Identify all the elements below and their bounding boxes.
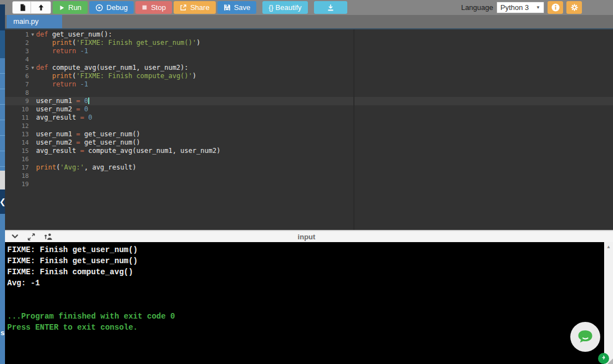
print-margin-ruler <box>353 29 354 230</box>
line-number: 18 <box>4 172 29 180</box>
editor-line[interactable]: 13user_num1 = get_user_num() <box>0 130 613 139</box>
chat-widget-button[interactable] <box>570 322 600 352</box>
sidebar-edge: ❮ s <box>0 4 5 364</box>
line-number: 16 <box>4 156 29 163</box>
editor-line[interactable]: 1▼def get_user_num(): <box>0 30 613 39</box>
console-title: input <box>0 233 613 241</box>
info-circle-icon <box>551 3 560 12</box>
new-file-button[interactable] <box>12 1 33 14</box>
file-icon <box>19 3 27 12</box>
console-output[interactable]: FIXME: Finish get_user_num()FIXME: Finis… <box>0 242 604 364</box>
editor-line[interactable]: 3 return -1 <box>0 47 613 55</box>
run-button[interactable]: Run <box>53 1 88 14</box>
editor-line[interactable]: 8 <box>0 89 613 97</box>
circle-play-icon <box>95 4 103 12</box>
code-line-text: avg_result = 0 <box>36 114 92 122</box>
line-number: 5 <box>4 64 29 71</box>
code-line-text: print('FIXME: Finish get_user_num()') <box>36 39 200 47</box>
run-label: Run <box>68 3 82 12</box>
code-line-text: def compute_avg(user_num1, user_num2): <box>36 64 189 72</box>
line-number: 15 <box>4 147 29 155</box>
square-icon <box>141 4 148 11</box>
line-number: 17 <box>4 164 29 171</box>
code-line-text: return -1 <box>36 47 88 55</box>
file-button-group <box>12 1 51 14</box>
beautify-label: {} Beautify <box>268 3 301 12</box>
editor-line[interactable]: 4 <box>0 55 613 64</box>
sidebar-edge-lower: s <box>0 214 5 364</box>
editor-line[interactable]: 18 <box>0 172 613 180</box>
line-number: 10 <box>4 106 29 113</box>
console-line: Avg: -1 <box>7 278 604 289</box>
tab-main-py[interactable]: main.py <box>7 15 62 28</box>
code-editor[interactable]: 1▼def get_user_num():2 print('FIXME: Fin… <box>0 29 613 230</box>
editor-line[interactable]: 5▼def compute_avg(user_num1, user_num2): <box>0 64 613 72</box>
editor-lines: 1▼def get_user_num():2 print('FIXME: Fin… <box>0 30 613 188</box>
debug-button[interactable]: Debug <box>89 1 134 14</box>
console-scrollbar[interactable]: ▲ <box>604 242 613 364</box>
share-button[interactable]: Share <box>174 1 216 14</box>
code-line-text: user_num2 = get_user_num() <box>36 139 140 147</box>
sidebar-collapse-handle[interactable]: ❮ <box>0 189 5 214</box>
beautify-button[interactable]: {} Beautify <box>262 1 307 14</box>
code-line-text: return -1 <box>36 80 88 89</box>
sidebar-edge-text-fragment: s <box>1 329 4 337</box>
editor-line[interactable]: 6 print('FIXME: Finish compute_avg()') <box>0 72 613 80</box>
console-line <box>7 300 604 311</box>
play-icon <box>59 4 65 11</box>
fold-caret-icon[interactable]: ▼ <box>29 32 36 37</box>
line-number: 14 <box>4 139 29 146</box>
editor-line[interactable]: 19 <box>0 180 613 188</box>
console-line: FIXME: Finish compute_avg() <box>7 266 604 278</box>
editor-line[interactable]: 7 return -1 <box>0 80 613 89</box>
download-button[interactable] <box>314 1 347 14</box>
editor-line[interactable]: 11avg_result = 0 <box>0 114 613 122</box>
save-label: Save <box>234 3 251 12</box>
editor-line[interactable]: 16 <box>0 155 613 163</box>
collapse-console-icon[interactable] <box>10 232 19 242</box>
language-select[interactable]: Python 3 ▼ <box>497 2 544 13</box>
console-line <box>7 289 604 300</box>
console-line: Press ENTER to exit console. <box>7 322 604 333</box>
info-button[interactable] <box>548 1 563 14</box>
share-label: Share <box>190 3 210 12</box>
gear-icon <box>570 3 579 12</box>
expand-console-icon[interactable] <box>27 232 36 242</box>
console-header: input <box>0 230 613 242</box>
tab-label: main.py <box>13 17 39 25</box>
line-number: 1 <box>4 31 29 38</box>
code-line-text: user_num2 = 0 <box>36 105 88 114</box>
scroll-up-button[interactable]: ▲ <box>604 242 613 251</box>
line-number: 8 <box>4 89 29 96</box>
line-number: 7 <box>4 81 29 88</box>
editor-line[interactable]: 12 <box>0 122 613 130</box>
console-line: ...Program finished with exit code 0 <box>7 311 604 322</box>
language-cluster: Language Python 3 ▼ <box>461 1 582 14</box>
line-number: 13 <box>4 131 29 138</box>
fold-caret-icon[interactable]: ▼ <box>29 65 36 70</box>
chevron-down-icon: ▼ <box>536 5 540 10</box>
language-label: Language <box>461 3 493 12</box>
code-line-text: user_num1 = get_user_num() <box>36 130 140 139</box>
code-line-text: def get_user_num(): <box>36 30 112 39</box>
popout-console-icon[interactable] <box>43 232 53 242</box>
floppy-icon <box>224 4 231 11</box>
code-line-text: user_num1 = 0 <box>36 97 89 105</box>
editor-line[interactable]: 9user_num1 = 0 <box>0 97 613 105</box>
editor-line[interactable]: 14user_num2 = get_user_num() <box>0 139 613 147</box>
line-number: 11 <box>4 114 29 121</box>
text-cursor <box>88 98 89 104</box>
stop-button[interactable]: Stop <box>135 1 172 14</box>
editor-line[interactable]: 15avg_result = compute_avg(user_num1, us… <box>0 147 613 155</box>
line-number: 3 <box>4 48 29 55</box>
line-number: 4 <box>4 56 29 63</box>
save-button[interactable]: Save <box>217 1 257 14</box>
editor-line[interactable]: 2 print('FIXME: Finish get_user_num()') <box>0 39 613 47</box>
resize-grip[interactable] <box>607 358 613 364</box>
settings-button[interactable] <box>566 1 582 14</box>
editor-line[interactable]: 17print('Avg:', avg_result) <box>0 163 613 172</box>
editor-line[interactable]: 10user_num2 = 0 <box>0 105 613 114</box>
console-line: FIXME: Finish get_user_num() <box>7 244 604 255</box>
upload-button[interactable] <box>31 1 51 14</box>
sidebar-edge-light-item <box>0 171 5 189</box>
